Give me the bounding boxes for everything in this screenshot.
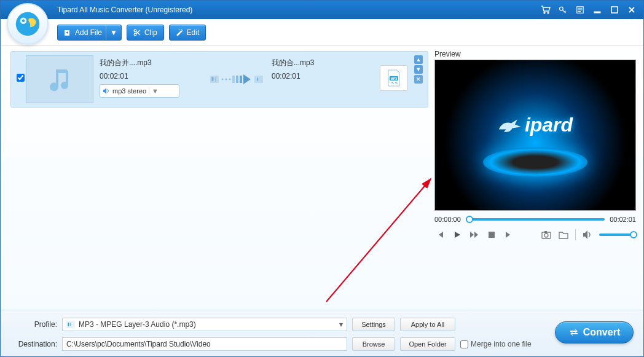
edit-label: Edit <box>187 28 200 37</box>
svg-rect-19 <box>236 76 238 83</box>
window-controls <box>540 4 643 15</box>
clip-label: Clip <box>144 28 157 37</box>
svg-rect-27 <box>544 231 547 233</box>
move-down-button[interactable]: ▼ <box>414 65 423 74</box>
key-icon[interactable] <box>557 4 568 15</box>
svg-rect-8 <box>611 7 618 13</box>
add-file-button[interactable]: Add File ▼ <box>57 25 122 41</box>
toolbar: Add File ▼ Clip Edit <box>1 19 643 46</box>
add-file-dropdown[interactable]: ▼ <box>106 25 121 40</box>
close-button[interactable] <box>626 4 637 15</box>
destination-input[interactable]: C:\Users\pc\Documents\Tipard Studio\Vide… <box>62 337 347 351</box>
destination-value: C:\Users\pc\Documents\Tipard Studio\Vide… <box>66 340 211 348</box>
stop-button[interactable] <box>486 229 497 240</box>
svg-point-4 <box>548 12 549 14</box>
main-area: 我的合并....mp3 00:02:01 mp3 stereo ▼ <box>1 46 643 310</box>
snapshot-folder-button[interactable] <box>558 229 569 240</box>
add-file-label: Add File <box>75 28 102 37</box>
chevron-down-icon: ▼ <box>149 87 159 95</box>
shop-icon[interactable] <box>540 4 551 15</box>
wand-icon <box>176 29 183 36</box>
svg-point-2 <box>22 20 25 22</box>
svg-point-3 <box>544 12 545 14</box>
file-output-duration: 00:02:01 <box>272 72 358 80</box>
maximize-button[interactable] <box>609 4 620 15</box>
arrow-icon <box>210 72 265 87</box>
apply-all-button[interactable]: Apply to All <box>400 318 455 331</box>
file-thumbnail <box>26 55 93 103</box>
convert-button[interactable]: Convert <box>555 321 634 343</box>
conversion-arrow <box>204 55 272 103</box>
file-profile-text: mp3 stereo <box>112 87 146 95</box>
file-item[interactable]: 我的合并....mp3 00:02:01 mp3 stereo ▼ <box>10 51 428 108</box>
chevron-down-icon: ▾ <box>339 320 343 329</box>
open-folder-button[interactable]: Open Folder <box>400 337 455 351</box>
svg-rect-13 <box>66 71 68 84</box>
minimize-button[interactable] <box>592 4 603 15</box>
file-source-info: 我的合并....mp3 00:02:01 mp3 stereo ▼ <box>100 55 204 98</box>
player-controls <box>434 229 636 240</box>
svg-point-26 <box>544 233 548 237</box>
mp3-icon: MP3 <box>385 69 403 87</box>
file-check-col <box>15 55 26 82</box>
settings-button[interactable]: Settings <box>352 318 395 331</box>
merge-checkbox[interactable] <box>460 340 468 348</box>
time-bar: 00:00:00 00:02:01 <box>434 216 636 223</box>
app-window: Tipard All Music Converter (Unregistered… <box>0 0 644 357</box>
play-button[interactable] <box>452 229 463 240</box>
svg-rect-7 <box>594 12 600 13</box>
fast-forward-button[interactable] <box>469 229 480 240</box>
svg-rect-21 <box>254 76 263 83</box>
file-checkbox[interactable] <box>17 74 25 82</box>
svg-point-0 <box>16 12 40 36</box>
edit-button[interactable]: Edit <box>169 25 206 41</box>
panther-icon <box>498 118 522 133</box>
seek-slider[interactable] <box>466 218 605 221</box>
move-up-button[interactable]: ▲ <box>414 55 423 64</box>
file-list: 我的合并....mp3 00:02:01 mp3 stereo ▼ <box>1 46 431 310</box>
music-note-icon <box>45 65 74 94</box>
browse-button[interactable]: Browse <box>352 337 395 351</box>
app-logo <box>7 3 49 45</box>
svg-point-17 <box>229 79 231 80</box>
svg-point-15 <box>222 79 224 80</box>
svg-text:MP3: MP3 <box>391 77 398 80</box>
output-format-badge[interactable]: MP3 <box>380 65 408 91</box>
svg-point-16 <box>226 79 227 80</box>
title-bar: Tipard All Music Converter (Unregistered… <box>1 1 643 19</box>
time-total: 00:02:01 <box>610 216 636 223</box>
svg-rect-20 <box>240 76 242 83</box>
merge-label: Merge into one file <box>471 340 532 348</box>
scissors-icon <box>133 29 141 36</box>
preview-label: Preview <box>434 50 636 58</box>
file-output-name: 我的合...mp3 <box>272 58 358 68</box>
next-button[interactable] <box>503 229 514 240</box>
remove-file-button[interactable]: ✕ <box>414 75 423 84</box>
file-source-name: 我的合并....mp3 <box>100 58 204 68</box>
preview-panel: Preview ipard 00:00:00 00:02:01 <box>431 46 643 310</box>
file-output-info: 我的合...mp3 00:02:01 <box>272 55 358 80</box>
volume-icon[interactable] <box>582 229 593 240</box>
svg-rect-18 <box>232 76 235 83</box>
volume-slider[interactable] <box>599 233 636 236</box>
window-title: Tipard All Music Converter (Unregistered… <box>57 6 540 14</box>
profile-dropdown[interactable]: MP3 - MPEG Layer-3 Audio (*.mp3) ▾ <box>62 318 347 331</box>
snapshot-button[interactable] <box>541 229 552 240</box>
logo-icon <box>15 11 41 37</box>
add-file-icon <box>64 29 71 36</box>
convert-icon <box>568 328 579 337</box>
svg-rect-24 <box>489 232 495 238</box>
preview-brand: ipard <box>498 114 573 137</box>
menu-icon[interactable] <box>575 4 586 15</box>
clip-button[interactable]: Clip <box>127 25 164 41</box>
profile-label: Profile: <box>10 320 57 329</box>
speaker-icon <box>103 88 110 94</box>
file-profile-chip[interactable]: mp3 stereo ▼ <box>100 84 179 98</box>
file-source-duration: 00:02:01 <box>100 72 204 80</box>
time-current: 00:00:00 <box>434 216 461 223</box>
bottom-bar: Profile: MP3 - MPEG Layer-3 Audio (*.mp3… <box>1 310 643 356</box>
svg-rect-14 <box>210 76 219 83</box>
destination-label: Destination: <box>10 340 57 348</box>
mp3-small-icon <box>66 321 75 328</box>
prev-button[interactable] <box>434 229 446 240</box>
